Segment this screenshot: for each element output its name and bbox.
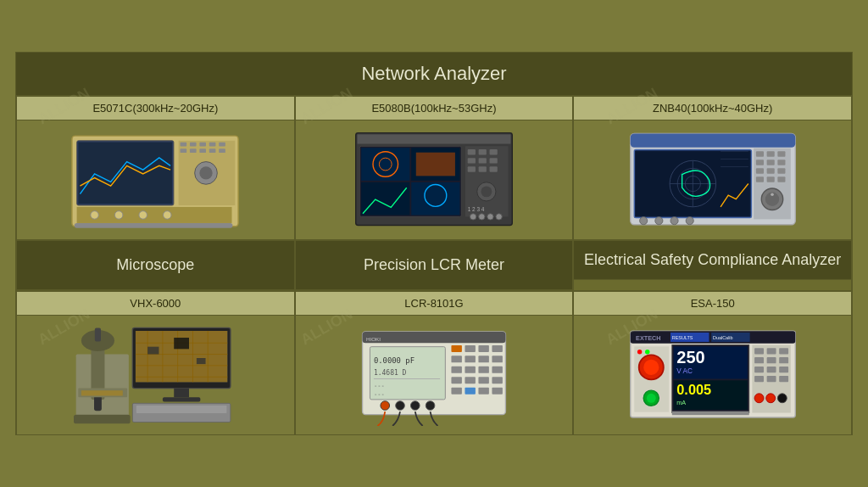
svg-rect-21 bbox=[75, 223, 233, 228]
svg-rect-13 bbox=[200, 148, 207, 153]
svg-rect-72 bbox=[756, 176, 764, 182]
svg-rect-34 bbox=[468, 149, 476, 154]
svg-rect-165 bbox=[766, 348, 776, 354]
svg-point-140 bbox=[426, 401, 435, 411]
svg-rect-15 bbox=[220, 148, 226, 153]
svg-rect-169 bbox=[779, 357, 788, 363]
svg-rect-23 bbox=[358, 134, 511, 143]
svg-rect-9 bbox=[209, 143, 216, 147]
svg-rect-117 bbox=[451, 345, 461, 352]
svg-point-153 bbox=[646, 394, 655, 403]
svg-text:---: --- bbox=[374, 390, 385, 398]
svg-point-44 bbox=[481, 186, 492, 197]
svg-rect-164 bbox=[754, 348, 764, 354]
svg-point-81 bbox=[686, 217, 693, 225]
cell-e5080b-image: 1 2 3 4 bbox=[296, 120, 573, 239]
svg-rect-173 bbox=[754, 376, 764, 382]
svg-text:0.0000 pF: 0.0000 pF bbox=[374, 356, 415, 365]
svg-text:DualCalib: DualCalib bbox=[713, 335, 733, 340]
main-title: Network Analyzer bbox=[15, 52, 853, 96]
svg-point-48 bbox=[487, 214, 493, 220]
svg-rect-108 bbox=[136, 406, 227, 413]
svg-rect-129 bbox=[451, 377, 461, 383]
grid: E5071C(300kHz~20GHz) bbox=[15, 96, 853, 435]
svg-rect-98 bbox=[163, 397, 200, 401]
svg-point-78 bbox=[639, 217, 647, 225]
svg-rect-126 bbox=[465, 367, 475, 373]
svg-text:EXTECH: EXTECH bbox=[636, 334, 660, 342]
vhx6000-image bbox=[17, 316, 294, 434]
svg-rect-36 bbox=[490, 149, 498, 154]
svg-rect-131 bbox=[478, 377, 488, 383]
svg-rect-174 bbox=[766, 376, 776, 382]
svg-rect-51 bbox=[630, 133, 795, 147]
svg-rect-10 bbox=[220, 143, 226, 147]
svg-text:1  2  3  4: 1 2 3 4 bbox=[468, 206, 485, 212]
svg-rect-133 bbox=[451, 388, 461, 395]
svg-rect-66 bbox=[756, 160, 764, 165]
cell-znb40-header: ZNB40(100kHz~40GHz) bbox=[574, 97, 851, 120]
svg-rect-96 bbox=[197, 358, 206, 364]
svg-rect-125 bbox=[451, 367, 461, 373]
svg-rect-25 bbox=[361, 148, 409, 181]
svg-rect-166 bbox=[779, 348, 788, 354]
svg-point-17 bbox=[91, 211, 99, 220]
svg-rect-6 bbox=[181, 143, 187, 147]
svg-rect-119 bbox=[478, 345, 488, 352]
svg-point-20 bbox=[164, 211, 172, 220]
cell-e5071c-header: E5071C(300kHz~20GHz) bbox=[17, 97, 294, 120]
svg-rect-14 bbox=[209, 148, 216, 153]
svg-rect-40 bbox=[468, 166, 476, 171]
svg-point-154 bbox=[637, 350, 642, 354]
lcr8101g-image: 0.0000 pF 1.4681 D --- --- bbox=[296, 316, 573, 434]
svg-rect-69 bbox=[756, 168, 764, 173]
cell-esa150: ESA-150 EXTECH RESULTS DualCalib bbox=[573, 291, 852, 435]
cell-znb40: ZNB40(100kHz~40GHz) bbox=[573, 96, 852, 240]
svg-point-177 bbox=[765, 394, 775, 403]
esa150-model: ESA-150 bbox=[574, 292, 851, 316]
svg-rect-73 bbox=[766, 176, 774, 182]
e5071c-image bbox=[70, 129, 240, 231]
svg-rect-39 bbox=[490, 158, 498, 163]
svg-rect-135 bbox=[478, 388, 488, 395]
outer-container: Network Analyzer E5071C(300kHz~20GHz) bbox=[10, 47, 858, 440]
svg-rect-70 bbox=[766, 168, 774, 173]
vhx6000-svg bbox=[70, 324, 240, 426]
svg-point-19 bbox=[139, 211, 147, 220]
svg-rect-12 bbox=[190, 148, 197, 153]
svg-rect-167 bbox=[754, 357, 764, 363]
svg-text:0.005: 0.005 bbox=[676, 382, 711, 397]
lcr-category-header: Precision LCR Meter bbox=[296, 241, 573, 290]
svg-rect-102 bbox=[95, 327, 101, 341]
svg-point-49 bbox=[496, 214, 502, 220]
svg-point-77 bbox=[771, 193, 774, 196]
microscope-category-header: Microscope bbox=[17, 241, 294, 290]
svg-point-178 bbox=[777, 394, 787, 403]
svg-rect-130 bbox=[465, 377, 475, 383]
svg-rect-132 bbox=[492, 377, 502, 383]
vhx6000-model: VHX-6000 bbox=[17, 292, 294, 316]
svg-rect-7 bbox=[190, 143, 197, 147]
svg-rect-67 bbox=[766, 160, 774, 165]
svg-point-139 bbox=[410, 401, 420, 411]
svg-text:HIOKI: HIOKI bbox=[366, 336, 381, 342]
cell-vhx6000: VHX-6000 bbox=[16, 291, 295, 435]
cell-e5080b: E5080B(100kHz~53GHz) bbox=[295, 96, 574, 240]
svg-point-151 bbox=[643, 360, 659, 375]
svg-point-46 bbox=[470, 214, 476, 220]
svg-rect-127 bbox=[478, 367, 488, 373]
svg-rect-64 bbox=[766, 151, 774, 156]
svg-rect-35 bbox=[479, 149, 487, 154]
svg-rect-110 bbox=[363, 332, 506, 343]
svg-rect-179 bbox=[671, 411, 748, 416]
cell-microscope-category: Microscope bbox=[16, 240, 295, 291]
svg-rect-95 bbox=[175, 338, 190, 349]
svg-rect-38 bbox=[479, 158, 487, 163]
svg-rect-172 bbox=[779, 367, 788, 372]
svg-point-47 bbox=[479, 214, 485, 220]
svg-point-176 bbox=[754, 394, 764, 403]
svg-rect-68 bbox=[777, 160, 785, 165]
svg-rect-2 bbox=[79, 143, 172, 204]
svg-rect-175 bbox=[779, 376, 788, 382]
cell-lcr-category: Precision LCR Meter bbox=[295, 240, 574, 291]
